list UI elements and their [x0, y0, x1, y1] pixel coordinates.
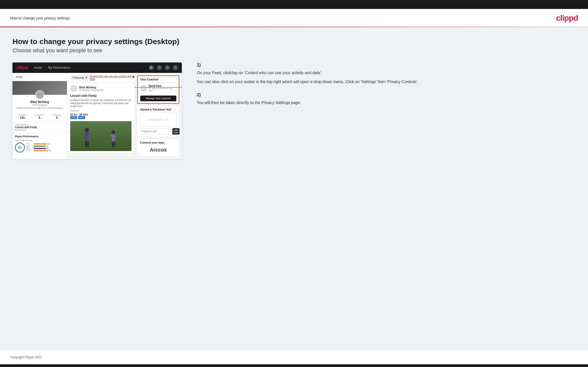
mockup-coach-avatar [140, 85, 147, 92]
mockup-latest-date: 03 Aug 2022 [15, 129, 65, 131]
mockup-stat-followers-label: Followers [35, 114, 44, 116]
mockup-post-description: Looking to feel like my hands are exitin… [70, 99, 131, 108]
instruction-1-text-2: You can also click on your avatar in the… [197, 79, 576, 85]
svg-rect-5 [85, 140, 87, 147]
app-mockup: clippd Home My Performance 🔍 👤 + 👤 Feed [12, 62, 182, 159]
mockup-post-author-name: Blair McHarg [79, 86, 103, 89]
mockup-user-icon: 👤 [157, 65, 162, 70]
mockup-avatar-icon: 👤 [173, 65, 178, 70]
mockup-trackman-placeholder: Trackman Link [143, 118, 174, 121]
mockup-stat-activities-label: Activities [18, 114, 26, 116]
mockup-nav: clippd Home My Performance 🔍 👤 + 👤 [12, 62, 182, 73]
site-footer: Copyright Clippd 2022 [0, 350, 588, 364]
mockup-post-author-info: Blair McHarg Yesterday · Sunningdale [79, 86, 103, 91]
mockup-photo-inner [70, 121, 131, 151]
mockup-stat-following: Following 4 [53, 114, 61, 119]
mockup-right-panel: Your Coaches David Ford 📍 Royal North De… [134, 73, 182, 159]
mockup-latest-activity: Latest Activity Lesson with Fordy 03 Aug… [12, 122, 67, 133]
content-row: clippd Home My Performance 🔍 👤 + 👤 Feed [12, 62, 576, 159]
mockup-metric-putt: PUTT 96 [26, 150, 65, 152]
mockup-quality-row: 92 OTT 90 APP 85 [15, 143, 65, 153]
mockup-body: Feed Blair McHarg Plus Handicap Royal No… [12, 73, 182, 159]
mockup-profile-name: Blair McHarg [15, 100, 65, 104]
mockup-avatar [35, 90, 44, 99]
mockup-stat-activities-value: 131 [18, 116, 26, 119]
mockup-stat-followers-value: 3 [35, 116, 44, 119]
mockup-coaches-title: Your Coaches [138, 76, 179, 83]
instruction-1-text-1: On your Feed, click/tap on 'Control who … [197, 70, 576, 76]
mockup-feed-header-wrapper: Following ▼ Control who can see your act… [67, 73, 134, 83]
mockup-coaches-section: Your Coaches David Ford 📍 Royal North De… [138, 76, 179, 103]
mockup-metrics: OTT 90 APP 85 ARG [26, 143, 65, 152]
mockup-metric-app-bar [34, 146, 46, 147]
mockup-quality-label: Total Player Quality [15, 139, 65, 142]
mockup-sidebar: Feed Blair McHarg Plus Handicap Royal No… [12, 73, 67, 159]
mockup-control-link[interactable]: Control who can see your activity and da… [90, 75, 131, 80]
mockup-post-avatar [70, 85, 77, 92]
mockup-manage-coaches-button[interactable]: Manage Your Coaches [140, 96, 176, 101]
mockup-metric-arg: ARG 86 [26, 148, 65, 149]
mockup-latest-title: Lesson with Fordy [15, 126, 65, 129]
svg-rect-11 [112, 141, 113, 147]
mockup-metric-arg-label: ARG [26, 148, 33, 149]
mockup-tag-ott: OTT [70, 116, 77, 119]
svg-point-1 [85, 128, 89, 132]
mockup-connect-title: Connect your data [140, 141, 177, 144]
mockup-metric-putt-bar [34, 150, 48, 151]
golfer-left-icon [80, 127, 94, 149]
mockup-add-icon: + [165, 65, 170, 70]
mockup-following-button[interactable]: Following ▼ [70, 75, 90, 80]
instruction-2-number: 2) [197, 92, 576, 98]
header-title: How to change your privacy settings [10, 16, 70, 20]
mockup-metric-ott: OTT 90 [26, 143, 65, 145]
mockup-duration-label: Duration [70, 109, 131, 112]
svg-rect-12 [114, 142, 115, 147]
mockup-coach-info: David Ford 📍 Royal North Devon Golf Club [148, 85, 176, 92]
mockup-feed-tab: Feed [12, 73, 67, 81]
mockup-following-label: Following [72, 76, 84, 79]
mockup-post-header: Blair McHarg Yesterday · Sunningdale [70, 85, 131, 92]
mockup-metric-putt-value: 96 [49, 150, 51, 152]
mockup-coach-item: David Ford 📍 Royal North Devon Golf Club [138, 83, 179, 94]
main-content: How to change your privacy settings (Des… [0, 27, 588, 350]
mockup-chevron-down-icon: ▼ [85, 76, 88, 79]
mockup-nav-logo: clippd [16, 65, 28, 70]
instruction-2: 2) You will then be taken directly to th… [197, 92, 576, 106]
instruction-1-number: 1) [197, 62, 576, 68]
mockup-search-icon: 🔍 [149, 65, 154, 70]
mockup-trackman-input[interactable] [140, 128, 171, 135]
mockup-metric-ott-value: 90 [48, 143, 50, 145]
mockup-post-date: Yesterday · Sunningdale [79, 89, 103, 91]
clippd-logo: clippd [556, 13, 578, 23]
mockup-post: Blair McHarg Yesterday · Sunningdale Les… [67, 83, 134, 154]
mockup-upload-section: Upload a Trackman Test Trackman Link Add… [137, 106, 179, 137]
page-title: How to change your privacy settings (Des… [12, 37, 576, 46]
mockup-trackman-box: Trackman Link [140, 112, 177, 127]
mockup-stat-activities: Activities 131 [18, 114, 26, 119]
mockup-add-link-button[interactable]: Add Link [172, 128, 180, 135]
mockup-stat-following-label: Following [53, 114, 61, 116]
mockup-coach-club: 📍 Royal North Devon Golf Club [148, 87, 176, 92]
top-bar [0, 0, 588, 9]
mockup-stat-following-value: 4 [53, 116, 61, 119]
mockup-feed: Following ▼ Control who can see your act… [67, 73, 134, 159]
mockup-post-title: Lesson with Fordy [70, 94, 131, 98]
instruction-1: 1) On your Feed, click/tap on 'Control w… [197, 62, 576, 85]
mockup-metric-app-value: 85 [46, 145, 48, 147]
mockup-coach-name: David Ford [148, 85, 176, 87]
mockup-metric-putt-label: PUTT [26, 150, 33, 152]
mockup-nav-performance: My Performance [48, 66, 70, 69]
page-subtitle: Choose what you want people to see [12, 47, 576, 54]
mockup-nav-home: Home [34, 66, 42, 69]
mockup-trackman-input-row: Add Link [140, 128, 177, 135]
mockup-tag-app: APP [78, 116, 85, 119]
mockup-tags: OTT APP [70, 116, 131, 119]
mockup-metric-arg-value: 86 [47, 148, 49, 149]
mockup-coach-club-text: Royal North Devon Golf Club [148, 87, 173, 92]
instructions-panel: 1) On your Feed, click/tap on 'Control w… [192, 62, 576, 113]
bottom-bar [0, 364, 588, 367]
mockup-profile-handicap: Plus Handicap [15, 104, 65, 106]
mockup-upload-title: Upload a Trackman Test [140, 108, 177, 111]
mockup-profile-banner [12, 81, 67, 95]
svg-point-7 [112, 130, 115, 134]
